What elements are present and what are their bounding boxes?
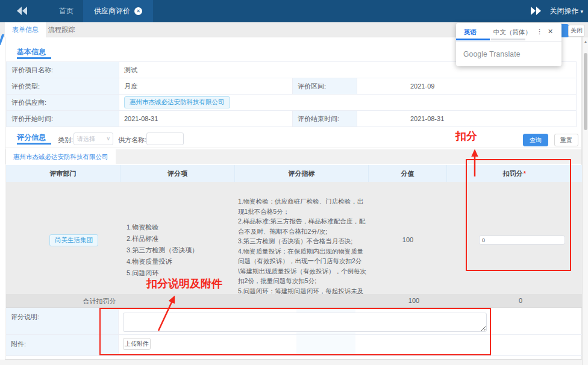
total-row: 合计扣罚分 100 0 [6, 294, 582, 308]
field-value: 月度 [119, 78, 293, 95]
tab-process-tracking[interactable]: 流程跟踪 [41, 22, 82, 37]
chevron-down-icon: ∨ [106, 133, 110, 145]
category-select[interactable]: 请选择 ∨ [74, 133, 113, 145]
total-label: 合计扣罚分 [6, 297, 193, 306]
column-header-penalty: 扣罚分* [447, 165, 582, 182]
field-label: 评价类型: [7, 78, 119, 95]
basic-info-title: 基本信息 [17, 47, 46, 57]
category-placeholder: 请选择 [77, 136, 95, 142]
field-label: 评价区间: [293, 78, 357, 95]
page-bottom-gutter [0, 360, 588, 365]
field-value: 2021-08-31 [119, 111, 293, 127]
translate-tab-english[interactable]: 英语 [464, 28, 477, 37]
google-translate-popup: 英语 中文（简体） ⋮ ✕ Google Translate [456, 23, 561, 66]
score-indicator-text: 1.物资检验：供应商驻厂检验、门店检验，出现1批不合格5分； 2.样品标准:第三… [238, 196, 366, 306]
translate-tab-english-underline [456, 39, 490, 40]
column-header: 评分项 [120, 165, 235, 182]
close-button[interactable]: 关闭 [568, 25, 585, 37]
search-button[interactable]: 查询 [523, 134, 548, 146]
tab-home-label: 首页 [59, 7, 74, 15]
score-items-text: 1.物资检验 2.样品标准 3.第三方检测（否决项） 4.物资质量投诉 5.问题… [127, 222, 235, 279]
remark-textarea[interactable] [123, 313, 487, 332]
supplier-evaluation-page: 首页 供应商评价✕ 关闭操作▾ 表单信息 流程跟踪 基本信息 评价项目名称: 测… [0, 0, 588, 365]
tab-form-info[interactable]: 表单信息 [5, 22, 46, 37]
column-header: 评分指标 [235, 165, 369, 182]
total-penalty-value: 0 [453, 297, 588, 304]
attachment-label: 附件: [6, 335, 119, 355]
penalty-input[interactable] [479, 236, 565, 245]
scrollbar-thumb[interactable] [584, 53, 587, 130]
supplier-link-button[interactable]: 惠州市杰诚必达安防科技有限公司 [124, 96, 230, 108]
close-operations-label: 关闭操作 [549, 7, 578, 15]
chevron-down-icon: ▾ [580, 8, 583, 14]
google-translate-brand: Google Translate [463, 50, 521, 58]
total-score-value: 100 [375, 297, 453, 304]
popup-divider [456, 41, 561, 42]
required-mark: * [524, 170, 526, 177]
close-operations-menu[interactable]: 关闭操作▾ [549, 0, 583, 22]
tab-accent-mark [0, 34, 4, 45]
tab-supplier-evaluation-label: 供应商评价 [94, 7, 130, 15]
supplier-tab-strip: 惠州市杰诚必达安防科技有限公司 [5, 149, 581, 164]
translate-tab-chinese[interactable]: 中文（简体） [493, 28, 531, 37]
category-label: 类别: [58, 136, 73, 145]
popup-close-icon[interactable]: ✕ [548, 28, 553, 36]
collapse-tabs-icon[interactable] [17, 7, 28, 15]
vendor-name-input[interactable] [146, 133, 184, 145]
field-label: 评价结束时间: [293, 111, 357, 127]
score-value: 100 [369, 236, 447, 243]
tab-supplier-evaluation[interactable]: 供应商评价✕ [83, 0, 153, 22]
column-header: 分值 [369, 165, 447, 182]
close-tab-icon[interactable]: ✕ [134, 7, 142, 15]
table-row: 评价供应商: 惠州市杰诚必达安防科技有限公司 [7, 95, 577, 111]
basic-info-title-underline [17, 57, 51, 59]
tab-supplier-company[interactable]: 惠州市杰诚必达安防科技有限公司 [6, 149, 116, 164]
field-value: 惠州市杰诚必达安防科技有限公司 [119, 95, 577, 111]
column-header: 评审部门 [6, 165, 120, 182]
table-row: 评价类型: 月度 评价区间: 2021-09 [7, 78, 577, 95]
field-label: 评价项目名称: [7, 62, 119, 78]
field-value: 2021-09 [357, 78, 577, 95]
basic-info-table: 评价项目名称: 测试 评价类型: 月度 评价区间: 2021-09 评价供应商:… [6, 61, 577, 127]
field-value: 2021-08-31 [357, 111, 577, 127]
upload-attachment-button[interactable]: 上传附件 [123, 338, 151, 350]
vendor-name-label: 供方名称: [118, 136, 146, 145]
remark-label: 评分说明: [6, 308, 119, 334]
table-row: 评价开始时间: 2021-08-31 评价结束时间: 2021-08-31 [7, 111, 577, 127]
reset-button[interactable]: 重置 [554, 134, 578, 146]
kebab-menu-icon[interactable]: ⋮ [536, 28, 543, 36]
scroll-up-icon[interactable]: ▲ [583, 40, 588, 43]
translate-tab-chinese-underline [491, 39, 525, 40]
vertical-scrollbar[interactable]: ▲ [582, 37, 588, 365]
attachment-row: 附件: [6, 335, 582, 356]
score-info-title-underline [17, 143, 51, 145]
field-label: 评价开始时间: [7, 111, 119, 127]
tab-home[interactable]: 首页 [48, 0, 84, 22]
section-divider [5, 148, 582, 148]
expand-tabs-icon[interactable] [530, 7, 541, 15]
score-info-title: 评分信息 [17, 133, 46, 143]
field-label: 评价供应商: [7, 95, 119, 111]
score-table-header: 评审部门 评分项 评分指标 分值 扣罚分* [6, 165, 582, 182]
top-tab-bar: 首页 供应商评价✕ 关闭操作▾ [0, 0, 588, 22]
department-button[interactable]: 尚美生活集团 [49, 234, 98, 246]
